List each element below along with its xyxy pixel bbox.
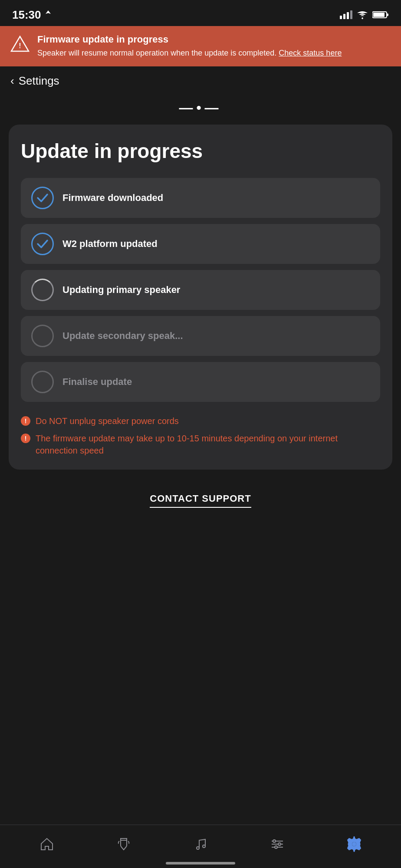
signal-icon bbox=[340, 10, 352, 19]
firmware-banner: ! Firmware update in progress Speaker wi… bbox=[0, 26, 401, 66]
music-icon bbox=[192, 836, 209, 852]
gear-icon bbox=[346, 836, 362, 852]
svg-point-6 bbox=[203, 845, 205, 848]
warning-time: ! The firmware update may take up to 10-… bbox=[21, 432, 380, 457]
svg-rect-2 bbox=[387, 13, 388, 16]
step-label-secondary-speaker: Update secondary speak... bbox=[62, 330, 183, 342]
location-icon bbox=[45, 10, 52, 19]
warnings-section: ! Do NOT unplug speaker power cords ! Th… bbox=[21, 415, 380, 457]
time-display: 15:30 bbox=[12, 8, 41, 22]
nav-item-music[interactable] bbox=[192, 836, 209, 852]
warning-unplug: ! Do NOT unplug speaker power cords bbox=[21, 415, 380, 427]
svg-point-10 bbox=[273, 840, 276, 842]
svg-point-14 bbox=[352, 842, 356, 846]
battery-icon bbox=[372, 10, 389, 19]
step-circle-done-1 bbox=[31, 187, 54, 209]
nav-item-sliders[interactable] bbox=[269, 836, 286, 852]
step-circle-pending-1 bbox=[31, 325, 54, 347]
contact-support-button[interactable]: CONTACT SUPPORT bbox=[150, 493, 251, 508]
wifi-icon bbox=[357, 10, 368, 19]
banner-content: Firmware update in progress Speaker will… bbox=[37, 34, 391, 59]
warning-text-time: The firmware update may take up to 10-15… bbox=[36, 432, 380, 457]
svg-point-11 bbox=[278, 843, 281, 845]
sliders-icon bbox=[269, 836, 286, 852]
settings-nav-label: Settings bbox=[19, 74, 59, 88]
tag-icon bbox=[115, 836, 132, 852]
bottom-nav bbox=[0, 825, 401, 868]
status-icons bbox=[340, 10, 389, 19]
step-label-w2-platform: W2 platform updated bbox=[62, 238, 158, 250]
nav-item-home[interactable] bbox=[39, 836, 55, 852]
warning-triangle-icon: ! bbox=[10, 35, 30, 55]
banner-description: Speaker will resume normal operation whe… bbox=[37, 48, 391, 59]
warning-icon-1: ! bbox=[21, 416, 30, 426]
nav-item-tag[interactable] bbox=[115, 836, 132, 852]
svg-point-12 bbox=[275, 846, 277, 848]
update-title: Update in progress bbox=[21, 140, 380, 162]
step-label-firmware-downloaded: Firmware downloaded bbox=[62, 192, 163, 204]
check-status-link[interactable]: Check status here bbox=[279, 49, 342, 57]
nav-item-gear[interactable] bbox=[346, 836, 362, 852]
step-w2-platform-updated: W2 platform updated bbox=[21, 224, 380, 264]
home-indicator bbox=[166, 862, 235, 865]
step-finalise-update: Finalise update bbox=[21, 362, 380, 402]
settings-nav[interactable]: ‹ Settings bbox=[0, 66, 401, 95]
step-update-secondary-speaker: Update secondary speak... bbox=[21, 316, 380, 356]
update-card: Update in progress Firmware downloaded W… bbox=[9, 125, 392, 470]
status-bar: 15:30 bbox=[0, 0, 401, 26]
home-icon bbox=[39, 836, 55, 852]
contact-support-section[interactable]: CONTACT SUPPORT bbox=[0, 483, 401, 516]
status-time: 15:30 bbox=[12, 8, 52, 22]
step-label-updating-primary: Updating primary speaker bbox=[62, 284, 180, 296]
top-dashes-decoration: —•— bbox=[0, 95, 401, 125]
warning-icon-2: ! bbox=[21, 434, 30, 443]
svg-rect-1 bbox=[373, 13, 385, 17]
step-firmware-downloaded: Firmware downloaded bbox=[21, 178, 380, 218]
banner-title: Firmware update in progress bbox=[37, 34, 391, 45]
step-updating-primary-speaker: Updating primary speaker bbox=[21, 270, 380, 310]
step-label-finalise: Finalise update bbox=[62, 376, 132, 388]
step-circle-active bbox=[31, 279, 54, 301]
step-circle-done-2 bbox=[31, 233, 54, 255]
steps-list: Firmware downloaded W2 platform updated … bbox=[21, 178, 380, 402]
svg-point-5 bbox=[197, 847, 199, 849]
back-arrow-icon[interactable]: ‹ bbox=[10, 74, 14, 88]
warning-text-unplug: Do NOT unplug speaker power cords bbox=[36, 415, 179, 427]
svg-text:!: ! bbox=[19, 42, 21, 49]
step-circle-pending-2 bbox=[31, 371, 54, 393]
